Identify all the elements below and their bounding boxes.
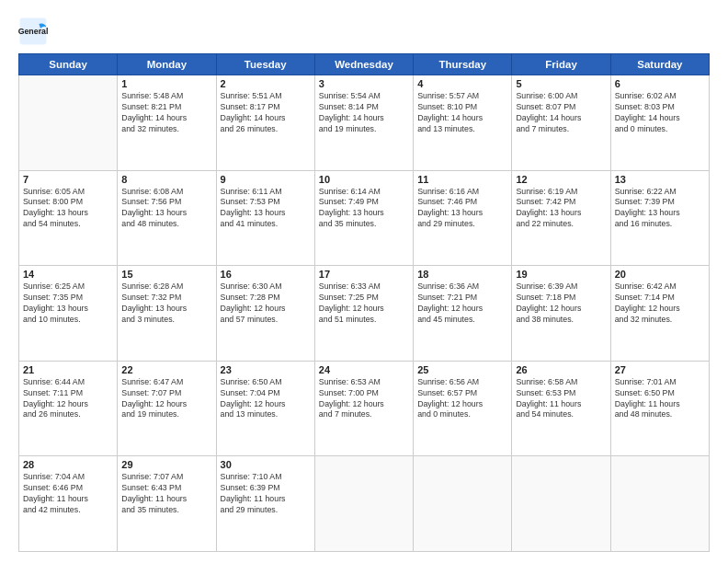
day-number: 18 — [417, 269, 507, 280]
day-number: 4 — [417, 78, 507, 89]
calendar-cell: 18Sunrise: 6:36 AM Sunset: 7:21 PM Dayli… — [414, 266, 512, 362]
day-info: Sunrise: 6:02 AM Sunset: 8:03 PM Dayligh… — [615, 91, 705, 135]
week-row-5: 28Sunrise: 7:04 AM Sunset: 6:46 PM Dayli… — [19, 456, 710, 552]
calendar-cell: 20Sunrise: 6:42 AM Sunset: 7:14 PM Dayli… — [610, 266, 709, 362]
day-info: Sunrise: 5:54 AM Sunset: 8:14 PM Dayligh… — [319, 91, 409, 135]
day-info: Sunrise: 6:05 AM Sunset: 8:00 PM Dayligh… — [23, 187, 113, 231]
day-info: Sunrise: 6:58 AM Sunset: 6:53 PM Dayligh… — [516, 377, 606, 421]
day-info: Sunrise: 6:25 AM Sunset: 7:35 PM Dayligh… — [23, 282, 113, 326]
calendar-cell: 7Sunrise: 6:05 AM Sunset: 8:00 PM Daylig… — [19, 170, 118, 266]
calendar-cell: 27Sunrise: 7:01 AM Sunset: 6:50 PM Dayli… — [610, 361, 709, 456]
calendar-cell — [314, 456, 413, 552]
day-number: 27 — [615, 364, 705, 375]
svg-text:General: General — [18, 27, 48, 36]
calendar-cell — [19, 75, 118, 171]
day-number: 28 — [23, 459, 113, 470]
weekday-header-row: SundayMondayTuesdayWednesdayThursdayFrid… — [19, 54, 710, 75]
day-info: Sunrise: 6:16 AM Sunset: 7:46 PM Dayligh… — [417, 187, 507, 231]
day-number: 21 — [23, 364, 113, 375]
week-row-4: 21Sunrise: 6:44 AM Sunset: 7:11 PM Dayli… — [19, 361, 710, 456]
day-number: 9 — [221, 174, 311, 185]
day-number: 23 — [221, 364, 311, 375]
day-info: Sunrise: 5:57 AM Sunset: 8:10 PM Dayligh… — [417, 91, 507, 135]
weekday-wednesday: Wednesday — [314, 54, 413, 75]
day-number: 26 — [516, 364, 606, 375]
day-number: 6 — [615, 78, 705, 89]
weekday-sunday: Sunday — [19, 54, 118, 75]
day-number: 10 — [319, 174, 409, 185]
day-number: 7 — [23, 174, 113, 185]
logo-icon: General — [18, 17, 48, 46]
calendar-cell: 8Sunrise: 6:08 AM Sunset: 7:56 PM Daylig… — [118, 170, 216, 266]
calendar-cell: 19Sunrise: 6:39 AM Sunset: 7:18 PM Dayli… — [512, 266, 610, 362]
day-info: Sunrise: 6:33 AM Sunset: 7:25 PM Dayligh… — [319, 282, 409, 326]
calendar-cell: 30Sunrise: 7:10 AM Sunset: 6:39 PM Dayli… — [216, 456, 314, 552]
day-info: Sunrise: 6:44 AM Sunset: 7:11 PM Dayligh… — [23, 377, 113, 421]
day-number: 1 — [121, 78, 211, 89]
day-info: Sunrise: 6:28 AM Sunset: 7:32 PM Dayligh… — [121, 282, 211, 326]
calendar-cell — [414, 456, 512, 552]
day-info: Sunrise: 6:22 AM Sunset: 7:39 PM Dayligh… — [615, 187, 705, 231]
day-number: 12 — [516, 174, 606, 185]
day-info: Sunrise: 6:30 AM Sunset: 7:28 PM Dayligh… — [221, 282, 311, 326]
calendar-cell: 22Sunrise: 6:47 AM Sunset: 7:07 PM Dayli… — [118, 361, 216, 456]
calendar-cell: 10Sunrise: 6:14 AM Sunset: 7:49 PM Dayli… — [314, 170, 413, 266]
day-info: Sunrise: 6:47 AM Sunset: 7:07 PM Dayligh… — [121, 377, 211, 421]
day-info: Sunrise: 6:00 AM Sunset: 8:07 PM Dayligh… — [516, 91, 606, 135]
header: General — [18, 17, 710, 46]
weekday-tuesday: Tuesday — [216, 54, 314, 75]
day-number: 3 — [319, 78, 409, 89]
day-number: 17 — [319, 269, 409, 280]
day-info: Sunrise: 7:07 AM Sunset: 6:43 PM Dayligh… — [121, 472, 211, 516]
day-info: Sunrise: 6:50 AM Sunset: 7:04 PM Dayligh… — [221, 377, 311, 421]
day-info: Sunrise: 5:48 AM Sunset: 8:21 PM Dayligh… — [121, 91, 211, 135]
calendar-cell: 5Sunrise: 6:00 AM Sunset: 8:07 PM Daylig… — [512, 75, 610, 171]
day-number: 8 — [121, 174, 211, 185]
page: General SundayMondayTuesdayWednesdayThur… — [0, 0, 728, 563]
day-info: Sunrise: 6:11 AM Sunset: 7:53 PM Dayligh… — [221, 187, 311, 231]
calendar-cell: 9Sunrise: 6:11 AM Sunset: 7:53 PM Daylig… — [216, 170, 314, 266]
day-number: 14 — [23, 269, 113, 280]
calendar-cell — [610, 456, 709, 552]
calendar-cell: 11Sunrise: 6:16 AM Sunset: 7:46 PM Dayli… — [414, 170, 512, 266]
day-number: 24 — [319, 364, 409, 375]
week-row-2: 7Sunrise: 6:05 AM Sunset: 8:00 PM Daylig… — [19, 170, 710, 266]
weekday-thursday: Thursday — [414, 54, 512, 75]
day-number: 22 — [121, 364, 211, 375]
calendar-cell: 16Sunrise: 6:30 AM Sunset: 7:28 PM Dayli… — [216, 266, 314, 362]
calendar-cell: 2Sunrise: 5:51 AM Sunset: 8:17 PM Daylig… — [216, 75, 314, 171]
calendar-cell: 23Sunrise: 6:50 AM Sunset: 7:04 PM Dayli… — [216, 361, 314, 456]
day-number: 13 — [615, 174, 705, 185]
calendar-cell: 14Sunrise: 6:25 AM Sunset: 7:35 PM Dayli… — [19, 266, 118, 362]
calendar-cell: 15Sunrise: 6:28 AM Sunset: 7:32 PM Dayli… — [118, 266, 216, 362]
calendar-cell: 28Sunrise: 7:04 AM Sunset: 6:46 PM Dayli… — [19, 456, 118, 552]
calendar-cell: 25Sunrise: 6:56 AM Sunset: 6:57 PM Dayli… — [414, 361, 512, 456]
calendar-cell: 12Sunrise: 6:19 AM Sunset: 7:42 PM Dayli… — [512, 170, 610, 266]
calendar-cell: 6Sunrise: 6:02 AM Sunset: 8:03 PM Daylig… — [610, 75, 709, 171]
calendar-cell: 21Sunrise: 6:44 AM Sunset: 7:11 PM Dayli… — [19, 361, 118, 456]
day-number: 2 — [221, 78, 311, 89]
day-number: 20 — [615, 269, 705, 280]
calendar-cell: 29Sunrise: 7:07 AM Sunset: 6:43 PM Dayli… — [118, 456, 216, 552]
day-number: 16 — [221, 269, 311, 280]
week-row-1: 1Sunrise: 5:48 AM Sunset: 8:21 PM Daylig… — [19, 75, 710, 171]
day-number: 30 — [221, 459, 311, 470]
day-number: 11 — [417, 174, 507, 185]
day-info: Sunrise: 5:51 AM Sunset: 8:17 PM Dayligh… — [221, 91, 311, 135]
weekday-monday: Monday — [118, 54, 216, 75]
calendar-cell: 17Sunrise: 6:33 AM Sunset: 7:25 PM Dayli… — [314, 266, 413, 362]
day-info: Sunrise: 7:01 AM Sunset: 6:50 PM Dayligh… — [615, 377, 705, 421]
day-info: Sunrise: 6:42 AM Sunset: 7:14 PM Dayligh… — [615, 282, 705, 326]
weekday-friday: Friday — [512, 54, 610, 75]
calendar-cell: 24Sunrise: 6:53 AM Sunset: 7:00 PM Dayli… — [314, 361, 413, 456]
day-number: 5 — [516, 78, 606, 89]
logo: General — [18, 17, 51, 46]
day-info: Sunrise: 6:14 AM Sunset: 7:49 PM Dayligh… — [319, 187, 409, 231]
day-number: 19 — [516, 269, 606, 280]
calendar-cell: 26Sunrise: 6:58 AM Sunset: 6:53 PM Dayli… — [512, 361, 610, 456]
day-number: 25 — [417, 364, 507, 375]
weekday-saturday: Saturday — [610, 54, 709, 75]
calendar-cell: 4Sunrise: 5:57 AM Sunset: 8:10 PM Daylig… — [414, 75, 512, 171]
calendar-table: SundayMondayTuesdayWednesdayThursdayFrid… — [18, 53, 710, 552]
calendar-cell: 3Sunrise: 5:54 AM Sunset: 8:14 PM Daylig… — [314, 75, 413, 171]
